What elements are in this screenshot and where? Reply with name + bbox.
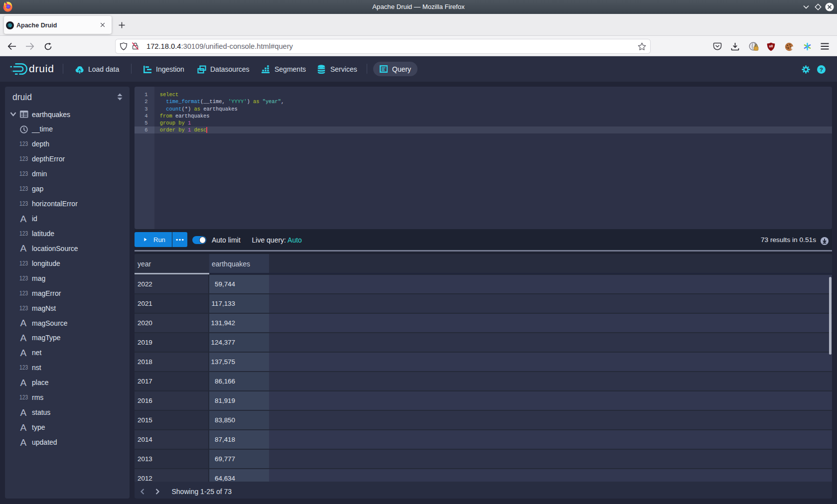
svg-text:u0: u0 bbox=[769, 44, 773, 48]
svg-text:?: ? bbox=[820, 67, 823, 73]
